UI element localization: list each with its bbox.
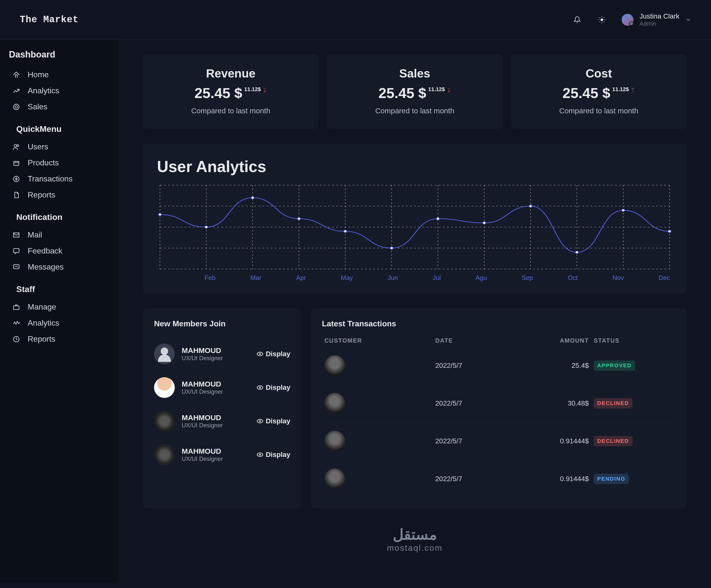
status-badge: PENDING (594, 474, 629, 484)
svg-point-52 (257, 386, 263, 390)
svg-point-44 (436, 217, 439, 220)
sidebar-item-label: Mail (28, 230, 42, 239)
member-info: MAHMOUD UX/UI Designer (182, 413, 249, 429)
transaction-row: 2022/5/7 25.4$ APPROVED (322, 347, 675, 384)
status-badge: APPROVED (594, 361, 635, 371)
arrow-down-icon: ↓ (447, 85, 451, 94)
member-info: MAHMOUD UX/UI Designer (182, 346, 249, 362)
display-button[interactable]: Display (256, 350, 290, 358)
svg-line-7 (600, 21, 600, 22)
svg-point-53 (259, 387, 261, 388)
target-icon (12, 103, 21, 111)
svg-rect-13 (14, 161, 19, 165)
svg-point-54 (257, 419, 263, 423)
user-menu[interactable]: Justina Clark Admin (622, 12, 691, 27)
sidebar-item-label: Messages (28, 262, 64, 271)
msg-icon (12, 263, 21, 271)
display-button[interactable]: Display (256, 417, 290, 425)
stat-value: 25.45 $ 11.12$ ↑ (562, 85, 635, 101)
member-avatar (154, 444, 175, 465)
chart-tick: Mar (250, 274, 261, 282)
th-amount: AMOUNT (515, 337, 594, 344)
svg-point-41 (298, 217, 300, 220)
sidebar-item-label: Reports (28, 190, 55, 199)
sidebar-item-sales[interactable]: Sales (7, 99, 111, 115)
sidebar-item-analytics[interactable]: Analytics (7, 83, 111, 99)
sidebar-item-transactions[interactable]: Transactions (7, 171, 111, 187)
sidebar-item-reports[interactable]: Reports (7, 187, 111, 203)
sidebar-item-label: Home (28, 70, 49, 79)
app-logo: The Market (20, 14, 79, 25)
th-customer: CUSTOMER (324, 337, 435, 344)
sidebar-title: Dashboard (7, 49, 111, 60)
svg-rect-19 (14, 306, 19, 309)
chart-tick: Jul (433, 274, 441, 282)
tx-status: DECLINED (594, 436, 673, 446)
sidebar-item-mail[interactable]: Mail (7, 227, 111, 243)
display-button[interactable]: Display (256, 451, 290, 459)
svg-point-49 (668, 230, 671, 233)
member-row: MAHMOUD UX/UI Designer Display (154, 404, 290, 438)
stat-card-cost: Cost 25.45 $ 11.12$ ↑ Compared to last m… (511, 54, 686, 129)
user-avatar (622, 14, 633, 26)
chart-tick: Oct (568, 274, 578, 282)
member-avatar (154, 377, 175, 398)
arrow-up-icon: ↑ (631, 85, 635, 94)
analytics-chart: JanFebMarAprMayJunJulAguSepOctNovDec (157, 183, 672, 282)
transaction-row: 2022/5/7 0.91444$ DECLINED (322, 422, 675, 460)
svg-line-3 (600, 17, 600, 18)
display-button[interactable]: Display (256, 384, 290, 392)
footer-brand: مستقل mostaql.com (133, 526, 696, 553)
svg-point-11 (14, 145, 17, 147)
member-info: MAHMOUD UX/UI Designer (182, 447, 249, 462)
display-label: Display (266, 417, 290, 425)
stat-value: 25.45 $ 11.12$ ↓ (379, 85, 451, 101)
display-label: Display (266, 451, 290, 459)
stat-card-revenue: Revenue 25.45 $ 11.12$ ↓ Compared to las… (143, 54, 318, 129)
box-icon (12, 158, 21, 167)
chart-tick: May (341, 274, 353, 282)
svg-line-4 (604, 21, 604, 22)
footer-brand-arabic: مستقل (133, 526, 696, 543)
theme-toggle[interactable] (597, 15, 607, 25)
member-avatar (154, 344, 175, 364)
sun-icon (598, 16, 606, 24)
chevron-down-icon (685, 17, 691, 23)
notifications-button[interactable] (572, 15, 582, 25)
footer-brand-latin: mostaql.com (133, 543, 696, 553)
analytics-title: User Analytics (157, 157, 672, 176)
new-members-panel: New Members Join MAHMOUD UX/UI Designer … (143, 308, 301, 508)
sidebar-item-manage[interactable]: Manage (7, 299, 111, 315)
tx-customer-avatar (324, 355, 345, 376)
member-row: MAHMOUD UX/UI Designer Display (154, 371, 290, 404)
sidebar-item-label: Manage (28, 302, 56, 311)
member-name: MAHMOUD (182, 380, 249, 388)
svg-point-43 (390, 247, 393, 249)
svg-point-40 (251, 196, 254, 199)
stat-subtitle: Compared to last month (337, 107, 492, 115)
tx-date: 2022/5/7 (435, 399, 515, 407)
sidebar-item-analytics[interactable]: Analytics (7, 315, 111, 331)
sidebar-item-messages[interactable]: Messages (7, 259, 111, 275)
sidebar-item-home[interactable]: Home (7, 67, 111, 83)
sidebar-item-feedback[interactable]: Feedback (7, 243, 111, 259)
eye-icon (256, 451, 264, 458)
stat-title: Sales (337, 67, 492, 80)
trend-icon (12, 86, 21, 95)
sidebar-group-staff: Staff (16, 284, 111, 294)
sidebar-item-users[interactable]: Users (7, 139, 111, 155)
member-name: MAHMOUD (182, 447, 249, 455)
sidebar: Dashboard Home Analytics Sales QuickMenu… (0, 40, 118, 582)
member-name: MAHMOUD (182, 413, 249, 422)
tx-date: 2022/5/7 (435, 475, 515, 483)
tx-amount: 30.48$ (515, 399, 594, 407)
member-role: UX/UI Designer (182, 455, 249, 462)
sidebar-item-products[interactable]: Products (7, 155, 111, 171)
coin-icon (12, 175, 21, 183)
svg-point-9 (14, 104, 19, 110)
analytics-panel: User Analytics JanFebMarAprMayJunJulAguS… (143, 144, 686, 293)
clock-icon (12, 335, 21, 344)
sidebar-item-reports[interactable]: Reports (7, 331, 111, 347)
svg-point-56 (257, 453, 263, 457)
svg-point-51 (259, 353, 261, 355)
